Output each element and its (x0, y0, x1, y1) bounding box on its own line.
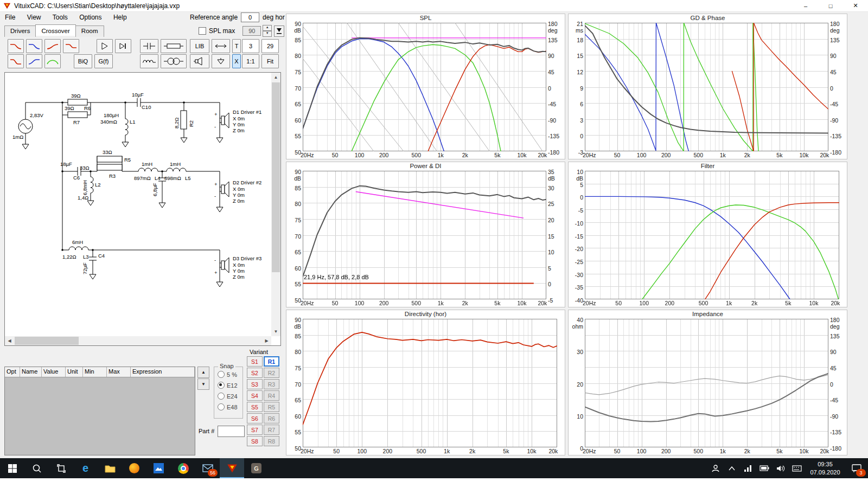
variant-button-s1[interactable]: S1 (247, 356, 263, 367)
snap-option-e24[interactable]: E24 (218, 393, 242, 400)
schematic-canvas[interactable]: 2,83V 1mΩ 39Ω R6 39Ω R7 10µF C10 180µH 3… (5, 73, 271, 336)
run-button[interactable] (97, 39, 113, 53)
delete-mode-button[interactable]: X (232, 54, 241, 68)
taskbar-mail[interactable]: 56 (195, 458, 220, 478)
chart-canvas-spl[interactable] (303, 23, 546, 151)
step-button[interactable] (115, 39, 131, 53)
search-button[interactable] (24, 458, 49, 478)
taskbar-photos[interactable] (146, 458, 171, 478)
variant-button-s6[interactable]: S6 (247, 413, 263, 423)
highpass-red-button[interactable] (44, 39, 61, 53)
touch-keyboard-button[interactable] (789, 458, 805, 478)
taskbar-chrome[interactable] (171, 458, 195, 478)
scroll-left-icon[interactable]: ◀ (5, 336, 14, 345)
spl-max-checkbox[interactable] (199, 27, 206, 35)
menu-tools[interactable]: Tools (48, 12, 73, 23)
snap-option-e48[interactable]: E48 (218, 403, 242, 410)
scroll-right-icon[interactable]: ▶ (262, 336, 271, 345)
lowpass2-red-button[interactable] (8, 54, 24, 68)
bandpass-green-button[interactable] (44, 54, 61, 68)
chart-canvas-impedance[interactable] (585, 319, 828, 447)
tab-drivers[interactable]: Drivers (4, 25, 36, 37)
move-down-button[interactable]: ▼ (197, 378, 209, 390)
variant-button-r2[interactable]: R2 (264, 368, 279, 378)
zoom-actual-button[interactable]: 1:1 (242, 54, 259, 68)
part-number-input[interactable] (218, 426, 245, 437)
chart-canvas-directivity[interactable] (303, 319, 557, 447)
task-view-button[interactable] (49, 458, 73, 478)
menu-file[interactable]: File (0, 12, 20, 23)
close-button[interactable]: ✕ (843, 0, 868, 12)
taskbar-firefox[interactable] (122, 458, 146, 478)
spin-down-icon[interactable]: ▼ (263, 31, 272, 37)
people-button[interactable] (707, 458, 724, 478)
radio-icon[interactable] (218, 382, 225, 389)
chart-canvas-filter[interactable] (585, 171, 839, 299)
taskbar-edge[interactable]: e (73, 458, 98, 478)
reference-angle-input[interactable] (241, 12, 259, 22)
variant-button-r8[interactable]: R8 (264, 436, 279, 446)
start-button[interactable] (0, 458, 24, 478)
snap-option-5pct[interactable]: 5 % (218, 371, 242, 378)
chart-canvas-gd-phase[interactable] (585, 23, 828, 151)
auto-max-button[interactable] (274, 25, 284, 37)
battery-button[interactable] (756, 458, 773, 478)
wire-tool-button[interactable] (212, 39, 230, 53)
menu-help[interactable]: Help (108, 12, 132, 23)
taskbar-file-explorer[interactable] (98, 458, 122, 478)
horizontal-scroll-thumb[interactable] (15, 337, 79, 345)
text-tool-button[interactable]: T (232, 39, 241, 53)
taskbar-vituixcad[interactable] (220, 458, 244, 478)
schematic-vertical-scrollbar[interactable]: ▲ ▼ (271, 73, 280, 336)
variant-button-s8[interactable]: S8 (247, 436, 263, 446)
vertical-scroll-thumb[interactable] (272, 82, 280, 272)
zoom-fit-button[interactable]: Fit (261, 54, 279, 68)
menu-view[interactable]: View (22, 12, 46, 23)
variant-button-r7[interactable]: R7 (264, 425, 279, 435)
inductor-tool-button[interactable] (140, 54, 158, 68)
scroll-down-icon[interactable]: ▼ (271, 327, 280, 336)
resistor-tool-button[interactable] (161, 39, 187, 53)
shelf-red-button[interactable] (63, 39, 79, 53)
variant-button-r6[interactable]: R6 (264, 413, 279, 423)
variant-button-r3[interactable]: R3 (264, 379, 279, 389)
tray-overflow-button[interactable] (724, 458, 740, 478)
taskbar-clock[interactable]: 09:35 07.09.2020 (805, 458, 845, 478)
tab-room[interactable]: Room (75, 25, 104, 37)
driver-tool-button[interactable] (190, 54, 209, 68)
highpass-blue-button[interactable] (26, 54, 42, 68)
radio-icon[interactable] (218, 393, 225, 400)
notification-center-button[interactable]: 3 (845, 458, 868, 478)
minimize-button[interactable]: – (793, 0, 818, 12)
taskbar-gimp[interactable]: G (244, 458, 269, 478)
spl-max-spinner[interactable]: ▲▼ (263, 25, 272, 37)
radio-icon[interactable] (218, 371, 225, 378)
component-count-box[interactable]: 3 (242, 39, 259, 53)
snap-option-e12[interactable]: E12 (218, 382, 242, 389)
move-up-button[interactable]: ▲ (197, 367, 209, 378)
scroll-up-icon[interactable]: ▲ (271, 73, 280, 82)
capacitor-tool-button[interactable] (140, 39, 158, 53)
radio-icon[interactable] (218, 403, 225, 410)
network-button[interactable] (740, 458, 756, 478)
schematic-horizontal-scrollbar[interactable]: ◀ ▶ (5, 336, 271, 345)
variant-button-s3[interactable]: S3 (247, 379, 263, 389)
volume-button[interactable] (773, 458, 789, 478)
spin-up-icon[interactable]: ▲ (263, 25, 272, 31)
maximize-button[interactable]: □ (818, 0, 843, 12)
variant-button-s2[interactable]: S2 (247, 368, 263, 378)
ground-tool-button[interactable] (212, 54, 230, 68)
lowpass-red-button[interactable] (8, 39, 24, 53)
biquad-button[interactable]: BiQ (74, 54, 92, 68)
menu-options[interactable]: Options (74, 12, 106, 23)
variant-button-s7[interactable]: S7 (247, 425, 263, 435)
lowpass-blue-button[interactable] (26, 39, 42, 53)
variant-button-r5[interactable]: R5 (264, 402, 279, 412)
variant-button-s5[interactable]: S5 (247, 402, 263, 412)
library-button[interactable]: LIB (190, 39, 209, 53)
variant-button-r4[interactable]: R4 (264, 390, 279, 401)
transfer-function-button[interactable]: G(f) (94, 54, 113, 68)
transformer-tool-button[interactable] (161, 54, 187, 68)
variant-button-s4[interactable]: S4 (247, 390, 263, 401)
node-count-box[interactable]: 29 (261, 39, 279, 53)
